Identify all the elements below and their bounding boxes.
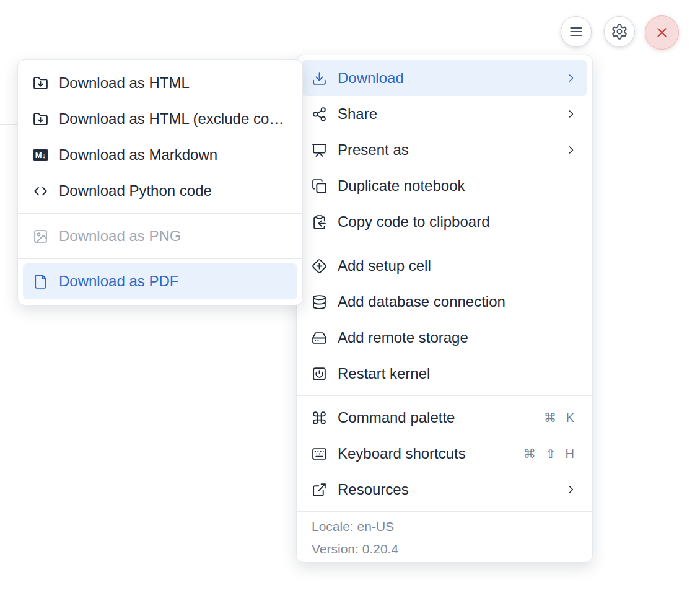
menu-item-label: Command palette <box>338 409 536 426</box>
menu-item-download[interactable]: Download <box>302 60 587 96</box>
menu-item-label: Download Python code <box>59 182 287 200</box>
duplicate-icon <box>312 178 327 194</box>
clipboard-copy-icon <box>312 214 327 230</box>
close-icon <box>654 25 670 40</box>
menu-item-label: Copy code to clipboard <box>338 213 577 231</box>
menu-item-keyboard-shortcuts[interactable]: Keyboard shortcuts⌘ ⇧ H <box>302 436 587 472</box>
keyboard-icon <box>312 446 327 462</box>
menu-item-label: Duplicate notebook <box>338 177 577 195</box>
notebook-menu-dropdown: DownloadSharePresent asDuplicate noteboo… <box>296 55 593 563</box>
menu-item-label: Download as Markdown <box>59 146 287 164</box>
markdown-icon: M↓ <box>33 147 48 163</box>
menu-item-download-as-html-exclude-code[interactable]: Download as HTML (exclude code) <box>23 101 297 137</box>
power-icon <box>312 366 327 382</box>
close-button[interactable] <box>645 15 679 50</box>
menu-item-restart-kernel[interactable]: Restart kernel <box>302 356 587 392</box>
chevron-right-icon <box>565 144 577 156</box>
menu-divider <box>18 258 302 259</box>
menu-item-add-setup-cell[interactable]: Add setup cell <box>302 248 587 284</box>
download-submenu: Download as HTMLDownload as HTML (exclud… <box>17 59 303 306</box>
menu-item-label: Keyboard shortcuts <box>338 445 516 462</box>
menu-item-add-remote-storage[interactable]: Add remote storage <box>302 320 587 356</box>
folder-down-icon <box>33 76 48 91</box>
chevron-right-icon <box>565 108 577 120</box>
shortcut-hint: ⌘ K <box>544 410 577 425</box>
menu-item-duplicate-notebook[interactable]: Duplicate notebook <box>302 168 587 204</box>
code-icon <box>33 183 48 199</box>
database-icon <box>312 294 327 310</box>
menu-item-label: Download as HTML (exclude code) <box>59 110 287 128</box>
menu-item-label: Download as PNG <box>59 227 287 245</box>
menu-item-label: Add database connection <box>338 293 577 310</box>
external-link-icon <box>312 482 327 498</box>
locale-text: Locale: en-US <box>312 516 577 538</box>
download-icon <box>312 71 327 86</box>
menu-item-label: Share <box>338 105 558 123</box>
chevron-right-icon <box>565 72 577 84</box>
menu-divider <box>297 244 592 244</box>
menu-item-download-as-html[interactable]: Download as HTML <box>23 65 297 101</box>
menu-item-command-palette[interactable]: Command palette⌘ K <box>302 400 587 436</box>
share-icon <box>312 107 327 122</box>
menu-button[interactable] <box>561 16 592 47</box>
image-icon <box>33 229 48 244</box>
menu-item-resources[interactable]: Resources <box>302 472 587 508</box>
menu-divider <box>297 395 592 396</box>
menu-item-download-as-markdown[interactable]: M↓Download as Markdown <box>23 137 297 173</box>
menu-item-label: Download <box>338 69 558 87</box>
menu-item-label: Add setup cell <box>338 257 577 275</box>
hamburger-icon <box>568 24 584 40</box>
gear-icon <box>611 23 628 40</box>
menu-footer: Locale: en-US Version: 0.20.4 <box>297 511 592 560</box>
hard-drive-icon <box>312 330 327 346</box>
menu-item-label: Download as PDF <box>59 273 287 290</box>
page-edge-line <box>0 124 18 125</box>
chevron-right-icon <box>565 483 577 496</box>
menu-item-download-python-code[interactable]: Download Python code <box>23 173 297 209</box>
menu-divider <box>18 213 302 214</box>
diamond-plus-icon <box>312 258 327 274</box>
menu-item-share[interactable]: Share <box>302 96 587 132</box>
menu-item-label: Download as HTML <box>59 74 287 92</box>
folder-down-icon <box>33 112 48 127</box>
menu-item-add-database-connection[interactable]: Add database connection <box>302 284 587 320</box>
menu-item-label: Restart kernel <box>338 365 577 382</box>
menu-item-label: Add remote storage <box>338 329 577 346</box>
menu-item-copy-code-to-clipboard[interactable]: Copy code to clipboard <box>302 204 587 240</box>
presentation-icon <box>312 143 327 158</box>
menu-item-download-as-pdf[interactable]: Download as PDF <box>23 263 297 299</box>
menu-item-label: Present as <box>338 141 558 159</box>
command-icon <box>312 410 327 426</box>
shortcut-hint: ⌘ ⇧ H <box>523 446 577 461</box>
settings-button[interactable] <box>604 16 635 47</box>
menu-item-download-as-png: Download as PNG <box>23 218 297 254</box>
version-text: Version: 0.20.4 <box>312 538 577 560</box>
file-icon <box>33 274 48 289</box>
menu-item-label: Resources <box>338 481 558 498</box>
page-edge-line <box>0 82 18 82</box>
menu-item-present-as[interactable]: Present as <box>302 132 587 168</box>
